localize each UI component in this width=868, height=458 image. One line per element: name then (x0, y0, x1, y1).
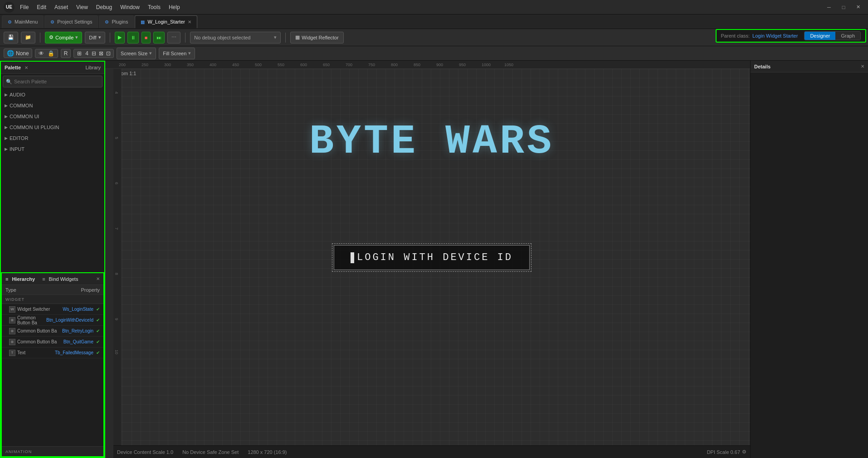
compile-button[interactable]: ⚙ Compile ▾ (45, 32, 82, 43)
fill-screen-dropdown[interactable]: Fill Screen ▾ (159, 48, 195, 59)
widget-reflector-button[interactable]: ▦ Widget Reflector (290, 32, 343, 43)
category-common-ui[interactable]: ▶ COMMON UI (1, 111, 104, 122)
palette-search-input[interactable] (14, 79, 99, 84)
common-btn3-type: Common Button Ba (17, 339, 62, 344)
screen-size-dropdown[interactable]: Screen Size ▾ (117, 48, 156, 59)
screen-size-arrow: ▾ (149, 50, 152, 56)
designer-button[interactable]: Designer (805, 32, 835, 40)
canvas-grid: Zoom 1:1 BYTE WARS LOGIN WITH DEVICE ID … (113, 69, 750, 445)
tab-projectsettings[interactable]: ⚙ Project Settings (44, 15, 98, 28)
widget-row-3[interactable]: ⊞ Common Button Ba Btn_QuitGame ✔ (2, 337, 103, 347)
globe-icon: 🌐 (7, 50, 14, 57)
ruler-horizontal: 200 250 300 350 400 450 500 550 600 650 … (105, 61, 750, 69)
widget-row-4[interactable]: T Text Tb_FailedMessage ✔ (2, 347, 103, 358)
menu-tools[interactable]: Tools (144, 3, 164, 11)
bind-widgets-label[interactable]: Bind Widgets (49, 276, 78, 282)
more-button[interactable]: ⋯ (167, 32, 180, 43)
details-title: Details (754, 64, 770, 69)
save-button[interactable]: 💾 (4, 32, 18, 43)
menu-file[interactable]: File (16, 3, 32, 11)
common-btn2-icon: ⊞ (9, 328, 15, 334)
toolbar-sep-1 (40, 33, 40, 43)
skip-button[interactable]: ⏭ (153, 32, 165, 43)
tab-wloginstarter-label: W_Login_Starter (147, 19, 185, 24)
hierarchy-close[interactable]: ✕ (96, 276, 100, 281)
input-label: INPUT (10, 146, 24, 152)
stop-button[interactable]: ■ (141, 32, 151, 43)
menu-window[interactable]: Window (117, 3, 143, 11)
menu-debug[interactable]: Debug (93, 3, 116, 11)
debug-dropdown[interactable]: No debug object selected ▾ (190, 32, 281, 43)
minimize-button[interactable]: ─ (823, 3, 835, 12)
pause-button[interactable]: ⏸ (127, 32, 139, 43)
category-editor[interactable]: ▶ EDITOR (1, 133, 104, 144)
ruler-vertical: 4 5 6 7 8 9 10 (113, 69, 122, 445)
dpi-scale-label: DPI Scale 0.67 (707, 449, 740, 455)
down-icon1[interactable]: ⊟ (91, 50, 97, 57)
grid-icon[interactable]: ⊞ (76, 50, 83, 57)
toolbar-sep-2 (110, 33, 110, 43)
canvas-area: 200 250 300 350 400 450 500 550 600 650 … (105, 61, 750, 458)
common-ui-plugin-label: COMMON UI PLUGIN (10, 125, 59, 130)
menu-view[interactable]: View (73, 3, 92, 11)
common-btn1-prop: Btn_LoginWithDeviceId (46, 318, 93, 323)
login-button-widget-container[interactable]: LOGIN WITH DEVICE ID (332, 243, 532, 272)
input-arrow: ▶ (5, 147, 8, 151)
common-ui-label: COMMON UI (10, 114, 39, 119)
play-button[interactable]: ▶ (115, 32, 125, 43)
globe-none-control[interactable]: 🌐 None (4, 48, 32, 58)
widget-row-1[interactable]: ⊞ Common Button Ba Btn_LoginWithDeviceId… (2, 315, 103, 326)
category-common-ui-plugin[interactable]: ▶ COMMON UI PLUGIN (1, 122, 104, 133)
title-bar-left: UE File Edit Asset View Debug Window Too… (4, 2, 184, 13)
library-tab[interactable]: Library (82, 62, 104, 73)
dpi-settings-icon[interactable]: ⚙ (742, 449, 746, 455)
category-audio[interactable]: ▶ AUDIO (1, 89, 104, 100)
diff-button[interactable]: Diff ▾ (85, 32, 105, 43)
widget-switcher-check: ✔ (96, 307, 100, 312)
save-all-button[interactable]: 📁 (21, 32, 35, 43)
menu-asset[interactable]: Asset (51, 3, 72, 11)
widget-row-0[interactable]: W Widget Switcher Ws_LoginState ✔ (2, 304, 103, 315)
eye-icon[interactable]: 👁 (37, 50, 45, 57)
r-control[interactable]: R (61, 49, 71, 58)
tab-wloginstarter[interactable]: ▦ W_Login_Starter ✕ (135, 15, 197, 28)
lock-icon[interactable]: 🔒 (46, 50, 56, 57)
hierarchy-icon: ≡ (5, 276, 8, 282)
category-input[interactable]: ▶ INPUT (1, 144, 104, 154)
compile-dropdown-icon: ▾ (75, 34, 78, 40)
common-btn3-prop: Btn_QuitGame (63, 339, 93, 344)
ruler-mark-200: 200 (119, 63, 126, 67)
parent-class-value[interactable]: Login Widget Starter (752, 33, 798, 39)
none-label: None (16, 50, 29, 57)
category-common[interactable]: ▶ COMMON (1, 100, 104, 111)
ruler-mark-650: 650 (323, 63, 330, 67)
v-ruler-mark3: 6 (114, 182, 119, 184)
details-close-btn[interactable]: ✕ (861, 64, 864, 69)
maximize-button[interactable]: □ (837, 3, 850, 12)
close-button[interactable]: ✕ (852, 3, 864, 12)
palette-categories: ▶ AUDIO ▶ COMMON ▶ COMMON UI ▶ COMMON UI… (1, 89, 104, 272)
text-widget-check: ✔ (96, 350, 100, 355)
hierarchy-title[interactable]: Hierarchy (12, 276, 35, 282)
device-scale-label: Device Content Scale 1.0 (117, 449, 173, 455)
menu-help[interactable]: Help (165, 3, 184, 11)
tab-mainmenu[interactable]: ⚙ MainMenu (2, 15, 44, 28)
menu-edit[interactable]: Edit (33, 3, 50, 11)
ruler-mark-850: 850 (414, 63, 420, 67)
common-btn2-prop: Btn_RetryLogin (62, 328, 93, 333)
hierarchy-section: ≡ Hierarchy ≡ Bind Widgets ✕ Type Proper… (1, 272, 104, 457)
down-icon2[interactable]: ⊠ (98, 50, 104, 57)
down-icon3[interactable]: ⊡ (105, 50, 112, 57)
widget-switcher-prop: Ws_LoginState (63, 307, 93, 312)
palette-close-btn[interactable]: ✕ (24, 65, 28, 70)
tab-bar: ⚙ MainMenu ⚙ Project Settings ⚙ Plugins … (0, 14, 868, 29)
graph-button[interactable]: Graph (835, 32, 860, 40)
palette-tab[interactable]: Palette ✕ (1, 62, 82, 73)
tab-wloginstarter-close[interactable]: ✕ (188, 19, 191, 24)
byte-wars-logo: BYTE WARS (309, 119, 554, 165)
tab-plugins[interactable]: ⚙ Plugins (99, 15, 134, 28)
details-content (751, 72, 868, 458)
tab-projectsettings-icon: ⚙ (50, 19, 54, 24)
v-ruler-mark4: 7 (114, 227, 119, 230)
widget-row-2[interactable]: ⊞ Common Button Ba Btn_RetryLogin ✔ (2, 326, 103, 337)
